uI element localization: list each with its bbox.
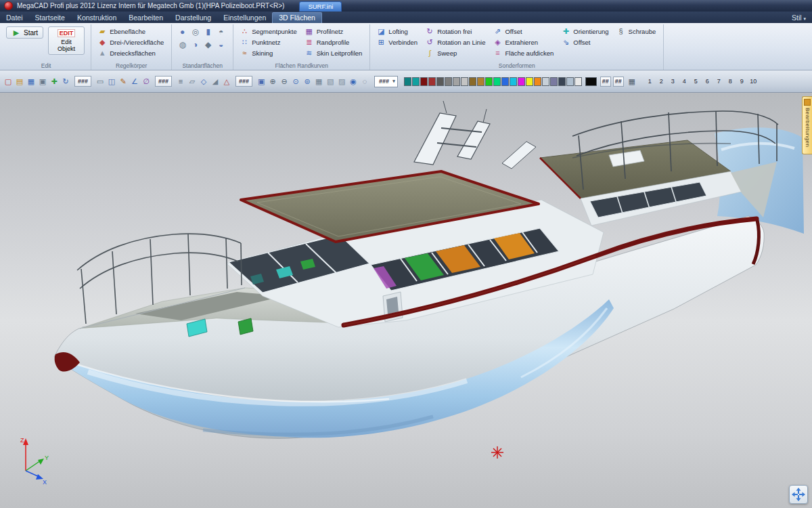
layer-hash-button[interactable]: ## [613,77,624,87]
ribbon-item[interactable]: ∴ Segmentpunkte [238,26,298,36]
grid-menu-icon[interactable]: ▦ [627,76,637,87]
surface-primitive-icon[interactable]: ◒ [215,39,227,51]
menu-einstellungen[interactable]: Einstellungen [217,13,272,22]
color-swatch[interactable] [526,77,533,86]
ribbon-item[interactable]: ▰ Ebenefläche [96,26,165,36]
ribbon-item[interactable]: ✚ Orientierung [560,26,610,36]
toolbar-icon[interactable]: ✚ [49,76,60,87]
pan-tool-button[interactable] [789,485,808,504]
document-tab-surf-ini[interactable]: SURF.ini [299,1,342,12]
toolbar-icon[interactable]: ▦ [313,76,324,87]
toolbar-icon[interactable]: ∅ [141,76,152,87]
surface-primitive-icon[interactable]: ◑ [189,39,201,51]
color-swatch[interactable] [501,77,509,86]
menu-stil[interactable]: Stil ▾ [786,13,812,22]
toolbar-value-field[interactable]: ### [235,76,252,87]
color-swatch[interactable] [550,77,558,86]
start-button[interactable]: ▶ Start [6,26,43,39]
ribbon-item[interactable]: ◪ Lofting [375,26,419,36]
color-swatch[interactable] [566,77,574,86]
ribbon-item[interactable]: ↺ Rotation an Linie [424,37,487,47]
toolbar-icon[interactable]: ◉ [348,76,359,87]
toolbar-icon[interactable]: ▣ [37,76,48,87]
toolbar-icon[interactable]: ⊙ [290,76,301,87]
surface-primitive-icon[interactable]: ◍ [177,39,188,51]
toolbar-icon[interactable]: ▧ [325,76,336,87]
ribbon-item[interactable]: ≋ Skin Leitprofilen [303,48,364,58]
surface-primitive-icon[interactable]: ● [177,26,188,38]
layer-hash-button[interactable]: ## [600,77,611,87]
surface-primitive-icon[interactable]: ◓ [215,26,227,38]
color-swatch[interactable] [469,77,476,86]
menu-3d-flaechen[interactable]: 3D Flächen [272,12,322,23]
toolbar-icon[interactable]: ▱ [187,76,198,87]
menu-datei[interactable]: Datei [0,13,29,22]
ribbon-item[interactable]: ⇘ Offset [560,37,610,47]
color-swatch[interactable] [574,77,582,86]
toolbar-icon[interactable]: ∠ [129,76,140,87]
color-swatch[interactable] [412,77,420,86]
toolbar-icon[interactable]: ◫ [106,76,117,87]
ribbon-item[interactable]: ≈ Skining [238,48,298,58]
color-swatch[interactable] [493,77,501,86]
color-swatch[interactable] [445,77,452,86]
menu-startseite[interactable]: Startseite [29,13,71,22]
ribbon-item[interactable]: ∫ Sweep [424,48,487,58]
color-swatch[interactable] [420,77,428,86]
toolbar-icon[interactable]: ↻ [60,76,71,87]
color-swatch[interactable] [428,77,436,86]
ribbon-item[interactable]: ∷ Punktnetz [238,37,298,47]
surface-primitive-icon[interactable]: ▮ [202,26,214,38]
menu-konstruktion[interactable]: Konstruktion [71,13,122,22]
toolbar-icon[interactable]: ⊚ [302,76,313,87]
color-swatch[interactable] [461,77,468,86]
toolbar-icon[interactable]: ⊖ [279,76,290,87]
color-swatch[interactable] [518,77,525,86]
layer-number-button[interactable]: 7 [713,78,725,85]
toolbar-icon[interactable]: ◢ [210,76,221,87]
surface-primitive-icon[interactable]: ◎ [189,26,201,38]
ribbon-item[interactable]: § Schraube [615,26,658,36]
layer-number-button[interactable]: 5 [690,78,702,85]
toolbar-icon[interactable]: ⊕ [267,76,278,87]
color-swatch[interactable] [477,77,484,86]
ribbon-item[interactable]: ↻ Rotation frei [424,26,487,36]
layer-number-button[interactable]: 2 [656,78,667,85]
color-swatch[interactable] [453,77,460,86]
toolbar-icon[interactable]: ▣ [256,76,267,87]
ribbon-item[interactable]: ≡ Fläche aufdicken [491,48,555,58]
toolbar-icon[interactable]: ≡ [175,76,186,87]
ribbon-item[interactable]: ⊞ Verbinden [375,37,419,47]
ribbon-item[interactable]: ◆ Drei-/Viereckfläche [96,37,165,47]
ribbon-item[interactable]: ≣ Randprofile [303,37,364,47]
toolbar-icon[interactable]: ▤ [14,76,25,87]
menu-darstellung[interactable]: Darstellung [169,13,217,22]
viewport-3d[interactable]: Z Y X Bearbeitungen [0,93,812,508]
toolbar-icon[interactable]: ▢ [3,76,14,87]
toolbar-icon[interactable]: ▦ [26,76,37,87]
color-swatch[interactable] [558,77,566,86]
color-swatch[interactable] [404,77,411,86]
layer-number-button[interactable]: 3 [667,78,679,85]
color-swatch[interactable] [542,77,549,86]
color-swatch[interactable] [510,77,517,86]
ribbon-item[interactable]: ▲ Dreiecksflächen [96,48,165,58]
color-swatch[interactable] [436,77,444,86]
active-color-swatch[interactable] [585,77,597,86]
layer-number-button[interactable]: 1 [644,78,656,85]
ribbon-item[interactable]: ⇗ Offset [491,26,555,36]
toolbar-icon[interactable]: ▭ [95,76,106,87]
surface-primitive-icon[interactable]: ◆ [202,39,214,51]
ribbon-item[interactable]: ▦ Profilnetz [303,26,364,36]
toolbar-value-field[interactable]: ### [155,76,172,87]
color-swatch[interactable] [485,77,493,86]
color-swatch[interactable] [534,77,541,86]
ribbon-item[interactable]: ◈ Extrahieren [491,37,555,47]
toolbar-icon[interactable]: ▨ [336,76,347,87]
layer-number-button[interactable]: 10 [748,78,759,85]
toolbar-icon[interactable]: ✎ [118,76,129,87]
layer-number-button[interactable]: 9 [736,78,748,85]
toolbar-icon[interactable]: ◌ [359,76,370,87]
edit-objekt-button[interactable]: EDIT Edit Objekt [48,26,85,55]
layer-number-button[interactable]: 6 [702,78,713,85]
